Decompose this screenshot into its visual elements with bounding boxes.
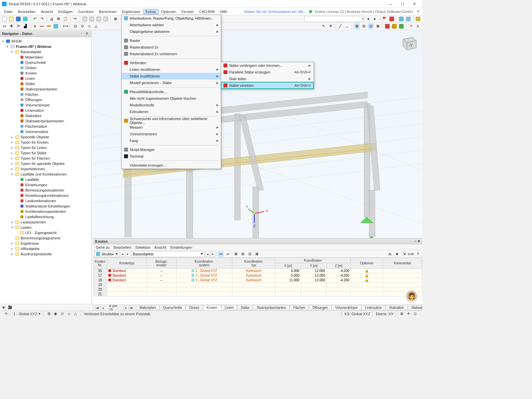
snap1-icon[interactable]: ⊡ [72,23,78,29]
tab-knoten[interactable]: Knoten [203,305,221,310]
menu-item[interactable]: Rasterabstand 2x verkleinern [122,51,221,57]
t1-icon[interactable]: ⊞ [233,251,239,257]
tree-node[interactable]: ▪Linien [1,76,90,81]
menu-item[interactable]: Fang▶ [122,137,221,144]
s1-icon[interactable]: ⊞ [46,312,52,316]
s4-icon[interactable]: ◇ [66,312,71,316]
tree-node[interactable]: ▸Typen für Linien [1,145,90,150]
tab-materialien[interactable]: Materialien [136,305,160,310]
menu-item[interactable]: Extrudieren▶ [122,108,221,115]
tree-node[interactable]: ▸Typen für Knoten [1,140,90,145]
menu-bearbeiten[interactable]: Bearbeiten [15,9,38,14]
tree-node[interactable]: ▪LF1 - Eigengewicht [1,230,90,235]
status-refresh-icon[interactable]: ⟳ [2,311,11,317]
color1-icon[interactable] [384,23,390,29]
menu-ergebnisse[interactable]: Ergebnisse [119,9,143,14]
tab-stabsätze[interactable]: Stabsätze [385,305,407,310]
tree-node[interactable]: ▸Hilfsobjekte [1,246,90,251]
redo-icon[interactable]: ↷ [39,16,45,22]
tab-querschnitte[interactable]: Querschnitte [160,305,186,310]
tree-node[interactable]: ▪Materialien [1,55,90,60]
flag-icon[interactable]: 🚩 [382,16,388,22]
surface-icon[interactable] [53,23,59,29]
grid2-icon[interactable]: ⊞ [354,23,360,29]
tree-node[interactable]: ▪Flächensätze [1,124,90,129]
tree-node[interactable]: ▪Volumenkörper [1,102,90,108]
tree-node[interactable]: ▾Basisobjekte [1,49,90,55]
tab-first-icon[interactable]: ⏮ [95,306,100,310]
tree-node[interactable]: ▪Stabsätze [1,113,90,118]
tree-node[interactable]: ▸Imperfektionen [1,166,90,172]
menu-item[interactable]: Arbeitsebene wählen▶ [122,22,221,28]
menu-item[interactable]: Stäbe modifizieren▶ [122,73,221,79]
navigation-cube[interactable]: -Y [399,33,418,52]
maximize-button[interactable]: ▢ [396,0,408,8]
pg2-prev[interactable]: ◂ [205,251,210,257]
navigator-tree[interactable]: ▾RFEM▾Frame.rf6* | Webinar▾Basisobjekte▪… [0,37,91,311]
save-icon[interactable] [15,16,21,22]
s2-icon[interactable]: ◉ [53,312,58,316]
menu-item[interactable]: Rasterabstand 2x [122,44,221,51]
tree-node[interactable]: ▪Lastfälle [1,177,90,182]
t2-icon[interactable]: ⊟ [240,251,246,257]
s5-icon[interactable]: △ [73,312,78,316]
member-icon[interactable] [46,23,52,29]
calc-icon[interactable] [389,16,395,22]
nav-pin-icon[interactable]: ▫ [79,31,84,36]
close-button[interactable]: ✕ [408,0,420,8]
sb1-icon[interactable]: ⊞ [399,312,404,316]
loadcase-dropdown[interactable]: ▾ [304,16,364,22]
tree-node[interactable]: ▾Lastfälle und Kombinationen [1,172,90,177]
tree-node[interactable]: ▪Liniensätze [1,108,90,113]
tree-node[interactable]: ▪Kombinationsassistenten [1,209,90,214]
menu-ansicht[interactable]: Ansicht [38,9,56,14]
tree-node[interactable]: ▪Öffnungen [1,97,90,102]
menu-item[interactable]: Schwerpunkt und Informationen über selek… [122,117,221,124]
export-icon[interactable]: ⇲ [401,251,407,257]
print-icon[interactable]: 🖨 [49,16,55,22]
sb2-icon[interactable]: ✛ [406,312,411,316]
rotate-icon[interactable]: ⟳ [15,23,21,29]
arc-icon[interactable]: ◡ [344,23,350,29]
tree-node[interactable]: ▪Stabsatzrepräsentanten [1,118,90,124]
submenu-item[interactable]: Stab teilen▶ [221,75,314,82]
tree-node[interactable]: ▪Volumensätze [1,129,90,134]
tree-node[interactable]: ▪Stäbe [1,81,90,86]
staebe-modifizieren-submenu[interactable]: Stäbe verlängern oder trimmen...▶Paralle… [221,62,314,89]
nav-next-icon[interactable]: ▸ [372,16,378,22]
panel-menu-gehe zu[interactable]: Gehe zu [96,245,110,249]
submenu-item[interactable]: Stäbe verlängern oder trimmen...▶ [221,62,314,69]
menu-item[interactable]: Clippingebene aktivieren▶ [122,28,221,35]
snap4-icon[interactable]: △ [93,23,99,29]
tree-node[interactable]: ▪Lastkombinationen [1,198,90,203]
cut-icon[interactable]: ✂ [72,16,78,22]
tab-flächen[interactable]: Flächen [290,305,309,310]
num-icon[interactable]: 0,00 [408,251,414,257]
tab-dicken[interactable]: Dicken [186,305,203,310]
tree-node[interactable]: ▪Berechnungsdiagramme [1,235,90,241]
sb3-icon[interactable]: ⊙ [412,312,418,316]
panel-menu-bearbeiten[interactable]: Bearbeiten [114,245,131,249]
menu-zuordnen[interactable]: Zuordnen [75,9,96,14]
menu-datei[interactable]: Datei [1,9,15,14]
search-prompt[interactable]: Geben Sie ein Schlüsselwort ein (Alt... [244,10,306,14]
tree-node[interactable]: ▪Stabrepräsentanten [1,86,90,92]
view3-icon[interactable] [96,16,102,22]
tab-stabsatzrepräsentanten[interactable]: Stabsatzrepräsentanten [408,305,422,310]
tree-node[interactable]: ▾RFEM [1,39,90,44]
menu-item[interactable]: Alle nicht zugewiesenen Objekte löschen [122,95,221,102]
menubar-close-icon[interactable]: ✕ [415,9,421,14]
menu-fenster[interactable]: Fenster [179,9,197,14]
dim-icon[interactable]: ⟷ [63,23,68,29]
t4-icon[interactable]: ⊠ [254,251,260,257]
panel-pin-icon[interactable]: ▫ [415,239,416,243]
menu-extras[interactable]: Extras [143,9,159,14]
filter2-icon[interactable]: ▼ [394,251,400,257]
menu-item[interactable]: Verbinden [122,60,221,66]
tree-node[interactable]: ▪Dicken [1,65,90,70]
tab-stäbe[interactable]: Stäbe [237,305,253,310]
snap3-icon[interactable]: ◇ [86,23,92,29]
select-icon[interactable]: ▭ [1,23,7,29]
tab-prev-icon[interactable]: ◂ [100,306,105,310]
menu-item[interactable]: Linien modifizieren▶ [122,66,221,73]
